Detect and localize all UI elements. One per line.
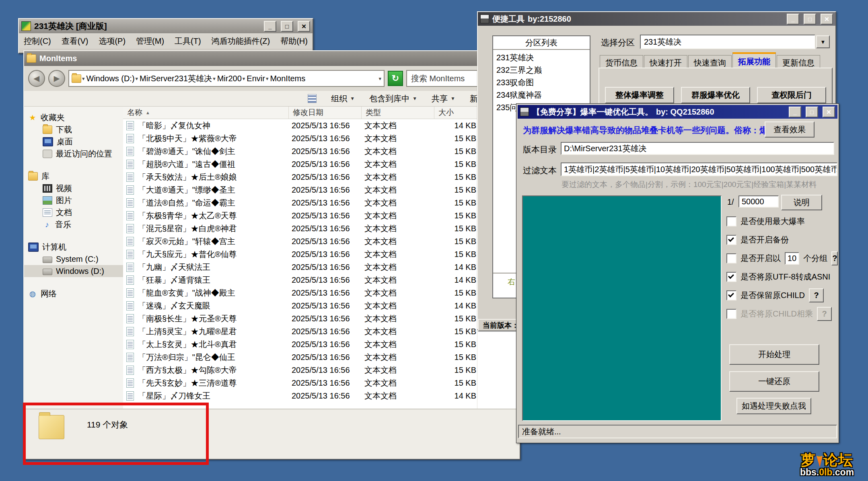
table-row[interactable]: 「迷魂」〆玄天魔眼 2025/5/13 16:56 文本文档 14 KB — [123, 299, 520, 312]
optimizer-titlebar[interactable]: 【免费分享】爆率一键优化工具。 by: QQ2152860 _ □ ✕ — [518, 105, 837, 119]
menu-item[interactable]: 选项(P) — [99, 36, 125, 47]
tool-button[interactable]: 查权限后门 — [757, 87, 826, 103]
sidebar-item[interactable]: ♪ 音乐 — [24, 218, 123, 230]
menu-item[interactable]: 工具(T) — [175, 36, 201, 47]
list-item[interactable]: 234狱魔神器 — [496, 89, 586, 101]
group-count-input[interactable]: 10 — [785, 252, 799, 265]
breadcrumb-segment[interactable]: ▾ Mir200 — [213, 74, 242, 83]
table-row[interactable]: 「北极§中天」★紫薇®大帝 2025/5/13 16:56 文本文档 15 KB — [123, 132, 520, 145]
table-row[interactable]: 「超脱®六道」"遠古◆僵祖 2025/5/13 16:56 文本文档 15 KB — [123, 158, 520, 171]
partition-select[interactable]: 231英雄决 ▼ — [640, 35, 830, 48]
table-row[interactable]: 「碧游®通天」"诛仙◆剑主 2025/5/13 16:56 文本文档 15 KB — [123, 145, 520, 158]
checkbox-row[interactable]: 是否使用最大爆率 — [726, 215, 835, 228]
sidebar-item[interactable]: 文档 — [24, 206, 123, 218]
table-row[interactable]: 「南极§长生」★元圣®天尊 2025/5/13 16:56 文本文档 15 KB — [123, 312, 520, 325]
toolbar-item[interactable]: 共享▼ — [432, 93, 455, 104]
minimize-button[interactable]: _ — [789, 107, 801, 117]
maximize-button[interactable]: □ — [281, 21, 293, 32]
list-item[interactable]: 231英雄决 — [496, 51, 586, 64]
explorer-titlebar[interactable]: MonItems — [24, 51, 520, 66]
table-row[interactable]: 「寂灭®元始」"轩辕◆宫主 2025/5/13 16:56 文本文档 15 KB — [123, 235, 520, 248]
table-row[interactable]: 「九天§应元」★普化®仙尊 2025/5/13 16:56 文本文档 15 KB — [123, 248, 520, 261]
close-button[interactable]: ✕ — [821, 14, 833, 25]
close-button[interactable]: ✕ — [298, 21, 310, 32]
sidebar-item[interactable]: 最近访问的位置 — [24, 148, 123, 160]
checkbox-row[interactable]: 是否保留原CHILD ? — [726, 289, 835, 302]
menu-item[interactable]: 管理(M) — [136, 36, 164, 47]
rate-input[interactable]: 50000 — [738, 195, 779, 208]
refresh-icon[interactable]: ↻ — [388, 71, 403, 86]
checkbox[interactable] — [726, 253, 736, 263]
sidebar-item[interactable]: Windows (D:) — [24, 265, 123, 277]
breadcrumb-segment[interactable]: ▾ Envir — [243, 74, 265, 83]
minimize-button[interactable]: _ — [787, 14, 799, 25]
column-header-name[interactable]: 名称▲ — [123, 107, 289, 119]
checkbox-row[interactable]: 是否开启备份 — [726, 233, 835, 246]
table-row[interactable]: 「承天§效法」★后土®娘娘 2025/5/13 16:56 文本文档 15 KB — [123, 171, 520, 183]
quick-tool-titlebar[interactable]: 便捷工具 by:2152860 _ □ ✕ — [478, 12, 835, 26]
restore-button[interactable]: 一键还原 — [729, 371, 819, 392]
list-item[interactable]: 232三界之巅 — [496, 64, 586, 76]
breadcrumb-segment[interactable]: ▾ MonItems — [266, 74, 305, 83]
list-item[interactable]: 233驭命图 — [496, 76, 586, 89]
chevron-down-icon[interactable]: ▼ — [816, 35, 830, 48]
menu-item[interactable]: 控制(C) — [24, 36, 51, 47]
breadcrumb-history-icon[interactable]: ▾ — [378, 76, 381, 82]
sidebar-item[interactable]: 视频 — [24, 182, 123, 194]
maximize-button[interactable]: □ — [804, 14, 816, 25]
sidebar-item[interactable]: ★ 收藏夹 — [24, 111, 123, 123]
checkbox[interactable] — [726, 309, 736, 319]
checkbox-row[interactable]: 是否开启以 10 个分组 ? — [726, 252, 835, 265]
sidebar-item[interactable]: 计算机 — [24, 241, 123, 253]
checkbox-row[interactable]: 是否将原UTF-8转成ASNI — [726, 270, 835, 283]
help-button[interactable]: ? — [809, 288, 824, 302]
table-row[interactable]: 「东极§青华」★太乙®天尊 2025/5/13 16:56 文本文档 15 KB — [123, 209, 520, 222]
table-row[interactable]: 「星际」〆刀锋女王 2025/5/13 16:56 文本文档 14 KB — [123, 389, 520, 402]
menu-item[interactable]: 查看(V) — [62, 36, 88, 47]
sidebar-item[interactable]: 下载 — [24, 123, 123, 136]
table-row[interactable]: 「九幽」〆天狱法王 2025/5/13 16:56 文本文档 14 KB — [123, 261, 520, 273]
view-options-icon[interactable] — [308, 94, 317, 103]
breadcrumb-segment[interactable]: ▾ MirServer231英雄决 — [136, 73, 212, 84]
maximize-button[interactable]: □ — [806, 107, 818, 117]
tool-button[interactable]: 整体爆率调整 — [605, 87, 674, 103]
sidebar-item[interactable]: 桌面 — [24, 136, 123, 148]
game-app-titlebar[interactable]: 231英雄决 [商业版] _ □ ✕ — [19, 19, 313, 33]
checkbox[interactable] — [726, 290, 736, 300]
filter-input[interactable]: 1英雄币|2英雄币|5英雄币|10英雄币|20英雄币|50英雄币|100英雄币|… — [561, 162, 837, 176]
sidebar-item[interactable]: System (C:) — [24, 253, 123, 265]
sidebar-item[interactable]: ◍ 网络 — [24, 288, 123, 300]
checkbox[interactable] — [726, 272, 736, 282]
column-header-date[interactable]: 修改日期 — [289, 107, 362, 119]
menu-item[interactable]: 帮助(H) — [280, 36, 308, 47]
table-row[interactable]: 「道法®自然」"命运◆霸主 2025/5/13 16:56 文本文档 15 KB — [123, 196, 520, 209]
start-button[interactable]: 开始处理 — [729, 344, 819, 365]
explain-button[interactable]: 说明 — [781, 195, 822, 210]
checkbox-row[interactable]: 是否将原CHILD相乘 ? — [726, 307, 835, 320]
table-row[interactable]: 「狂暴」〆通背猿王 2025/5/13 16:56 文本文档 14 KB — [123, 273, 520, 286]
table-row[interactable]: 「万法®归宗」"昆仑◆仙王 2025/5/13 16:56 文本文档 15 KB — [123, 351, 520, 364]
toolbar-item[interactable]: 组织▼ — [331, 93, 355, 104]
checkbox[interactable] — [726, 235, 736, 245]
table-row[interactable]: 「西方§太极」★勾陈®大帝 2025/5/13 16:56 文本文档 15 KB — [123, 364, 520, 376]
table-row[interactable]: 「龍血®玄黄」"战神◆殿主 2025/5/13 16:56 文本文档 15 KB — [123, 286, 520, 299]
table-row[interactable]: 「先天§玄妙」★三清®道尊 2025/5/13 16:56 文本文档 15 KB — [123, 376, 520, 389]
dir-input[interactable]: D:\MirServer231英雄决 — [561, 142, 834, 155]
column-header-size[interactable]: 大小 — [434, 107, 478, 119]
table-row[interactable]: 「太上§玄灵」★北斗®真君 2025/5/13 16:56 文本文档 15 KB — [123, 338, 520, 351]
tool-button[interactable]: 群服爆率优化 — [681, 87, 750, 103]
close-button[interactable]: ✕ — [823, 107, 835, 117]
checkbox[interactable] — [726, 216, 736, 226]
sidebar-item[interactable]: 图片 — [24, 194, 123, 206]
forward-icon[interactable]: ▶ — [48, 70, 65, 87]
table-row[interactable]: 「暗影」〆复仇女神 2025/5/13 16:56 文本文档 14 KB — [123, 119, 520, 132]
breadcrumb-segment[interactable]: ▾ Windows (D:) — [82, 74, 135, 83]
fail-help-button[interactable]: 如遇处理失败点我 — [736, 398, 811, 414]
minimize-button[interactable]: _ — [264, 21, 276, 32]
help-button[interactable]: ? — [831, 251, 838, 265]
breadcrumb[interactable]: ▾ Windows (D:) ▾ MirServer231英雄决 ▾ Mir20… — [68, 70, 385, 87]
table-row[interactable]: 「上清§灵宝」★九曜®星君 2025/5/13 16:56 文本文档 15 KB — [123, 325, 520, 338]
sidebar-item[interactable]: 库 — [24, 170, 123, 182]
help-button[interactable]: ? — [817, 307, 832, 321]
view-effect-button[interactable]: 查看效果 — [765, 121, 815, 138]
